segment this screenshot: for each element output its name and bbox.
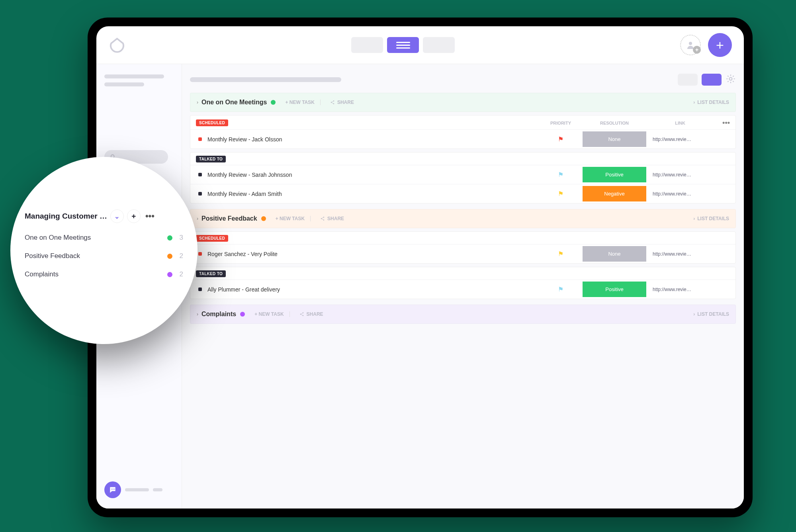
svg-line-10 (332, 101, 333, 102)
folder-expand-button[interactable]: ⌄ (110, 209, 124, 223)
status-square-icon (198, 192, 202, 196)
task-title: Roger Sanchez - Very Polite (207, 251, 278, 257)
page-title-skeleton (190, 77, 341, 82)
sidebar-item[interactable]: One on One Meetings3 (25, 229, 183, 247)
task-section: TALKED TOMonthly Review - Sarah Johnsson… (190, 152, 736, 203)
chevron-right-icon: › (693, 216, 695, 221)
sidebar-item-label: One on One Meetings (25, 234, 167, 242)
share-button[interactable]: SHARE (320, 216, 344, 221)
sidebar-item[interactable]: Complaints2 (25, 265, 183, 284)
status-row: SCHEDULEDPRIORITYRESOLUTIONLINK••• (190, 115, 735, 129)
chevron-right-icon: › (197, 216, 198, 221)
link-cell[interactable]: http://www.revie… (646, 191, 714, 197)
layout-toggle-1[interactable] (678, 74, 698, 86)
task-section: SCHEDULEDRoger Sanchez - Very Polite⚑Non… (190, 231, 736, 264)
sidebar-item-count: 3 (180, 234, 183, 242)
list-title: Complaints (201, 311, 236, 318)
folder-more-button[interactable]: ••• (145, 211, 155, 221)
link-cell[interactable]: http://www.revie… (646, 287, 714, 292)
color-dot-icon (167, 272, 172, 277)
main-content: ›One on One Meetings+ NEW TASKSHARE› LIS… (182, 64, 744, 509)
chevron-right-icon: › (197, 311, 198, 317)
status-square-icon (198, 137, 202, 141)
link-cell[interactable]: http://www.revie… (646, 172, 714, 178)
status-badge[interactable]: SCHEDULED (196, 119, 228, 126)
sidebar-skeleton-line (104, 82, 144, 86)
link-cell[interactable]: http://www.revie… (646, 137, 714, 142)
list-details-button[interactable]: › LIST DETAILS (693, 216, 729, 221)
svg-point-3 (111, 489, 112, 489)
resolution-cell[interactable]: None (583, 246, 646, 262)
list-details-button[interactable]: › LIST DETAILS (693, 100, 729, 105)
list-header[interactable]: ›Complaints+ NEW TASKSHARE› LIST DETAILS (190, 305, 736, 324)
sidebar-item[interactable]: Positive Feedback2 (25, 247, 183, 265)
chat-button[interactable] (104, 481, 121, 498)
task-row[interactable]: Monthly Review - Sarah Johnsson⚑Positive… (190, 165, 735, 184)
color-dot-icon (240, 312, 245, 317)
settings-button[interactable] (726, 74, 736, 86)
task-row[interactable]: Ally Plummer - Great delivery⚑Positiveht… (190, 280, 735, 299)
new-task-button[interactable]: + NEW TASK (276, 216, 305, 221)
list-icon (396, 42, 410, 49)
priority-flag-icon[interactable]: ⚑ (539, 171, 583, 178)
chevron-right-icon: › (693, 311, 695, 317)
chevron-right-icon: › (197, 100, 198, 105)
more-columns-button[interactable]: ••• (714, 119, 730, 127)
list-details-button[interactable]: › LIST DETAILS (693, 311, 729, 317)
color-dot-icon (167, 254, 172, 259)
status-row: TALKED TO (190, 267, 735, 280)
share-button[interactable]: SHARE (330, 100, 354, 105)
new-task-button[interactable]: + NEW TASK (254, 311, 284, 317)
divider (320, 100, 321, 105)
resolution-cell[interactable]: Positive (583, 167, 646, 182)
view-board-button[interactable] (351, 37, 383, 53)
folder-add-button[interactable]: + (127, 209, 141, 223)
task-row[interactable]: Monthly Review - Adam Smith⚑Negativehttp… (190, 184, 735, 203)
list-title: One on One Meetings (201, 99, 267, 106)
list-header[interactable]: ›Positive Feedback+ NEW TASKSHARE› LIST … (190, 209, 736, 228)
view-switcher (126, 37, 680, 53)
priority-flag-icon[interactable]: ⚑ (539, 286, 583, 293)
resolution-cell[interactable]: None (583, 131, 646, 147)
list-header[interactable]: ›One on One Meetings+ NEW TASKSHARE› LIS… (190, 93, 736, 112)
column-resolution: RESOLUTION (583, 121, 646, 125)
create-button[interactable]: + (708, 33, 732, 57)
svg-line-11 (332, 103, 333, 104)
chevron-right-icon: › (693, 100, 695, 105)
svg-line-15 (322, 217, 323, 219)
sidebar-skeleton-line (153, 488, 162, 491)
svg-point-5 (114, 489, 115, 489)
resolution-cell[interactable]: Positive (583, 282, 646, 297)
share-icon (320, 216, 325, 221)
priority-flag-icon[interactable]: ⚑ (539, 250, 583, 258)
gear-icon (726, 74, 736, 84)
svg-point-0 (689, 42, 692, 45)
status-badge[interactable]: TALKED TO (196, 270, 226, 277)
status-square-icon (198, 288, 202, 291)
resolution-cell[interactable]: Negative (583, 186, 646, 201)
divider (289, 311, 290, 317)
share-button[interactable]: SHARE (299, 311, 323, 317)
task-title: Monthly Review - Jack Olsson (207, 136, 282, 143)
view-box-button[interactable] (423, 37, 455, 53)
task-row[interactable]: Roger Sanchez - Very Polite⚑Nonehttp://w… (190, 244, 735, 263)
task-row[interactable]: Monthly Review - Jack Olsson⚑Nonehttp://… (190, 129, 735, 149)
chat-icon (109, 486, 117, 494)
invite-user-button[interactable]: + (680, 35, 701, 55)
app-logo-icon[interactable] (108, 36, 126, 54)
sidebar-skeleton-line (104, 74, 164, 78)
svg-line-20 (301, 313, 303, 314)
status-badge[interactable]: SCHEDULED (196, 235, 228, 242)
priority-flag-icon[interactable]: ⚑ (539, 190, 583, 198)
view-list-button[interactable] (387, 37, 419, 53)
layout-toggle-2[interactable] (702, 74, 722, 86)
color-dot-icon (261, 216, 266, 221)
status-badge[interactable]: TALKED TO (196, 156, 226, 162)
status-square-icon (198, 252, 202, 256)
new-task-button[interactable]: + NEW TASK (285, 100, 314, 105)
priority-flag-icon[interactable]: ⚑ (539, 135, 583, 143)
link-cell[interactable]: http://www.revie… (646, 251, 714, 257)
divider (310, 216, 311, 221)
svg-point-4 (113, 489, 113, 489)
task-title: Monthly Review - Sarah Johnsson (207, 172, 292, 178)
